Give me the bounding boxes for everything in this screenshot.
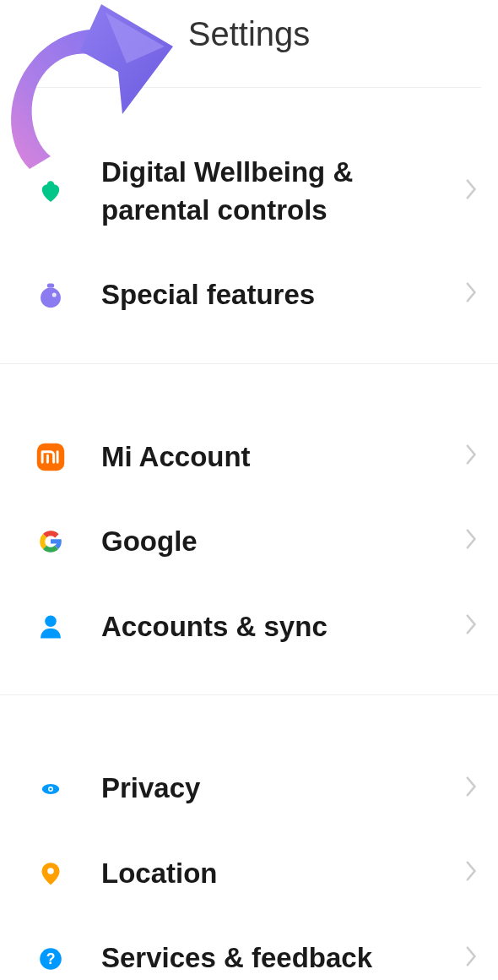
settings-item-accounts-sync[interactable]: Accounts & sync (0, 585, 498, 670)
chevron-right-icon (466, 281, 478, 308)
settings-item-label: Special features (101, 276, 457, 314)
help-icon: ? (34, 942, 68, 976)
svg-point-9 (47, 868, 54, 874)
settings-item-google[interactable]: Google (0, 499, 498, 585)
svg-point-2 (41, 288, 61, 308)
settings-item-label: Accounts & sync (101, 608, 457, 646)
location-pin-icon (34, 857, 68, 890)
eye-icon (34, 772, 68, 806)
settings-item-label: Location (101, 855, 457, 893)
chevron-right-icon (466, 444, 478, 471)
settings-item-digital-wellbeing[interactable]: Digital Wellbeing & parental controls (0, 130, 498, 253)
wellbeing-heart-icon (34, 175, 68, 209)
svg-point-3 (52, 293, 57, 297)
chevron-right-icon (466, 776, 478, 803)
google-logo-icon (34, 525, 68, 558)
chevron-right-icon (466, 528, 478, 555)
settings-item-label: Services & feedback (101, 939, 457, 977)
settings-item-label: Google (101, 523, 457, 561)
settings-item-label: Privacy (101, 770, 457, 808)
svg-rect-4 (37, 444, 64, 471)
svg-point-8 (50, 787, 52, 790)
page-title: Settings (0, 15, 498, 53)
settings-item-location[interactable]: Location (0, 831, 498, 917)
chevron-right-icon (466, 613, 478, 640)
settings-item-services-feedback[interactable]: ? Services & feedback (0, 916, 498, 980)
settings-item-privacy[interactable]: Privacy (0, 746, 498, 831)
flask-icon (34, 278, 68, 312)
person-icon (34, 610, 68, 644)
settings-item-special-features[interactable]: Special features (0, 253, 498, 338)
page-header: Settings (0, 0, 498, 87)
mi-logo-icon (34, 440, 68, 474)
settings-item-label: Mi Account (101, 438, 457, 476)
settings-item-label: Digital Wellbeing & parental controls (101, 154, 457, 229)
svg-rect-1 (47, 284, 55, 288)
chevron-right-icon (466, 860, 478, 887)
chevron-right-icon (466, 178, 478, 205)
svg-point-5 (45, 615, 57, 627)
chevron-right-icon (466, 945, 478, 972)
svg-text:?: ? (46, 950, 56, 966)
settings-item-mi-account[interactable]: Mi Account (0, 415, 498, 500)
